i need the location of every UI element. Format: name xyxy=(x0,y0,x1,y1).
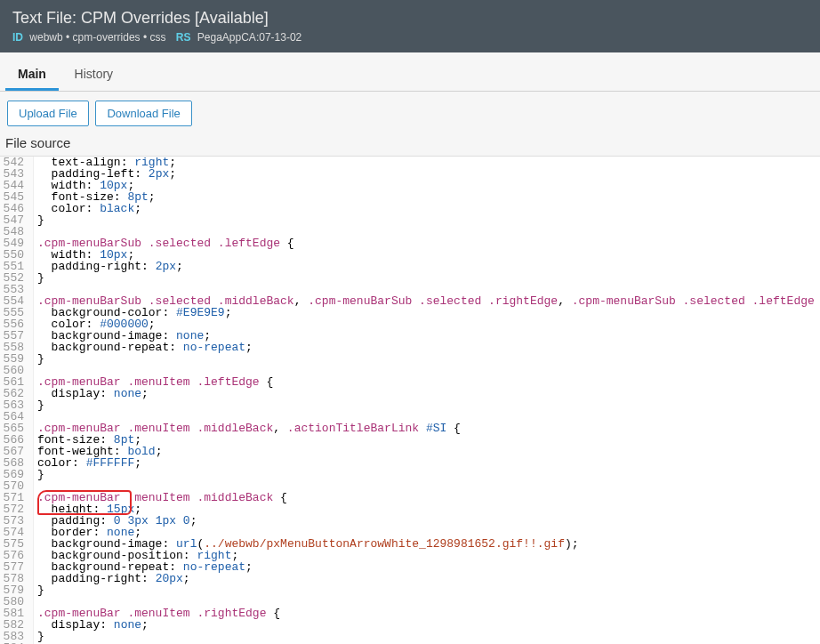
code-line: 568color: #FFFFFF; xyxy=(0,457,820,469)
rs-value: PegaAppCA:07-13-02 xyxy=(197,31,301,44)
code-editor[interactable]: 542 text-align: right;543 padding-left: … xyxy=(0,156,820,644)
code-line: 583} xyxy=(0,631,820,642)
code-line: 546 color: black; xyxy=(0,203,820,214)
upload-file-button[interactable]: Upload File xyxy=(7,101,89,126)
section-label: File source xyxy=(0,133,820,156)
code-line: 552} xyxy=(0,272,820,284)
code-line: 559} xyxy=(0,353,820,365)
tab-main[interactable]: Main xyxy=(5,58,59,91)
rs-label: RS xyxy=(176,31,191,44)
download-file-button[interactable]: Download File xyxy=(95,101,191,126)
code-text: padding-right: 20px; xyxy=(34,573,190,584)
code-text: display: none; xyxy=(34,388,149,399)
code-line: 547} xyxy=(0,214,820,226)
code-line: 569} xyxy=(0,469,820,480)
code-line: 562 display: none; xyxy=(0,388,820,399)
code-line: 582 display: none; xyxy=(0,619,820,631)
title-status: [Available] xyxy=(195,9,269,27)
title-prefix: Text File: xyxy=(12,9,76,27)
code-text: display: none; xyxy=(34,619,149,631)
toolbar: Upload File Download File xyxy=(0,92,820,133)
tab-bar: Main History xyxy=(0,58,820,92)
code-line: 551 padding-right: 2px; xyxy=(0,261,820,272)
header-subline: ID webwb • cpm-overrides • css RS PegaAp… xyxy=(12,31,808,44)
code-text: background-repeat: no-repeat; xyxy=(34,342,253,353)
page-title: Text File: CPM Overrides [Available] xyxy=(12,9,808,28)
page-header: Text File: CPM Overrides [Available] ID … xyxy=(0,0,820,52)
code-line: 578 padding-right: 20px; xyxy=(0,573,820,584)
title-name: CPM Overrides xyxy=(81,9,190,27)
id-label: ID xyxy=(12,31,23,44)
id-value: webwb • cpm-overrides • css xyxy=(29,31,165,44)
code-text: color: black; xyxy=(34,203,141,214)
code-text: color: #FFFFFF; xyxy=(34,457,141,469)
code-line: 579} xyxy=(0,584,820,596)
code-line: 558 background-repeat: no-repeat; xyxy=(0,342,820,353)
code-line: 563} xyxy=(0,399,820,411)
tab-history[interactable]: History xyxy=(62,58,126,91)
code-text: padding-right: 2px; xyxy=(34,261,183,272)
